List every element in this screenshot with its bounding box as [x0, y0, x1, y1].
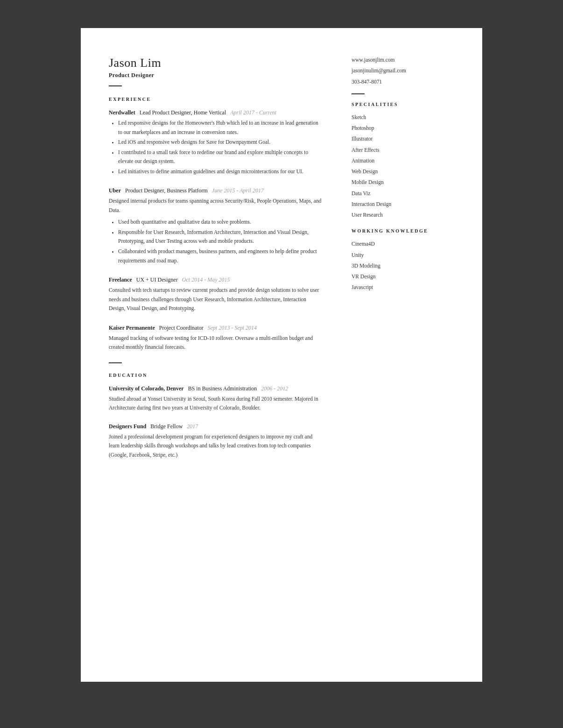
kaiser-dates: Sept 2013 - Sept 2014 [208, 325, 257, 331]
uber-role: Product Designer, Business Platform [122, 187, 211, 194]
cu-header: University of Colorado, Denver BS in Bus… [109, 384, 324, 393]
nerdwallet-role: Lead Product Designer, Home Vertical [137, 109, 229, 116]
freelance-company: Freelance [109, 276, 132, 283]
skill-cinema4d: Cinema4D [352, 240, 454, 248]
skill-mobile-design: Mobile Design [352, 178, 454, 186]
list-item: Collaborated with product managers, busi… [118, 247, 324, 265]
left-column: Jason Lim Product Designer EXPERIENCE Ne… [109, 56, 352, 654]
list-item: Led initiatives to define animation guid… [118, 167, 324, 177]
contact-phone: 303-847-8071 [352, 78, 454, 86]
skill-interaction-design: Interaction Design [352, 200, 454, 208]
section-divider [109, 362, 122, 363]
skill-animation: Animation [352, 157, 454, 165]
name-divider [109, 85, 122, 86]
cu-description: Studied abroad at Yonsei University in S… [109, 395, 324, 413]
uber-bullets: Used both quantitative and qualitative d… [109, 218, 324, 265]
working-knowledge-section: WORKING KNOWLEDGE Cinema4D Unity 3D Mode… [352, 228, 454, 291]
skill-after-effects: After Effects [352, 146, 454, 154]
education-cu: University of Colorado, Denver BS in Bus… [109, 384, 324, 413]
nerdwallet-bullets: Led responsive designs for the Homeowner… [109, 119, 324, 176]
uber-description: Designed internal products for teams spa… [109, 197, 324, 215]
skill-user-research: User Research [352, 211, 454, 219]
kaiser-description: Managed tracking of software testing for… [109, 334, 324, 352]
uber-header: Uber Product Designer, Business Platform… [109, 186, 324, 195]
kaiser-header: Kaiser Permanente Project Coordinator Se… [109, 324, 324, 332]
freelance-dates: Oct 2014 - May 2015 [182, 276, 230, 283]
experience-nerdwallet: Nerdwallet Lead Product Designer, Home V… [109, 108, 324, 176]
experience-section-label: EXPERIENCE [109, 97, 324, 102]
specialities-label: SPECIALITIES [352, 102, 454, 107]
skill-unity: Unity [352, 251, 454, 259]
list-item: Used both quantitative and qualitative d… [118, 218, 324, 227]
right-divider-1 [352, 93, 365, 94]
cu-years: 2006 - 2012 [261, 385, 288, 392]
nerdwallet-dates: April 2017 - Current [230, 109, 276, 116]
skill-web-design: Web Design [352, 168, 454, 176]
education-section-label: EDUCATION [109, 373, 324, 378]
experience-freelance: Freelance UX + UI Designer Oct 2014 - Ma… [109, 276, 324, 313]
df-header: Designers Fund Bridge Fellow 2017 [109, 422, 324, 431]
skill-photoshop: Photoshop [352, 124, 454, 132]
specialities-list: Sketch Photoshop Illustrator After Effec… [352, 113, 454, 219]
experience-kaiser: Kaiser Permanente Project Coordinator Se… [109, 324, 324, 352]
uber-dates: June 2015 - April 2017 [212, 187, 264, 194]
skill-vr-design: VR Design [352, 273, 454, 281]
df-school: Designers Fund [109, 423, 146, 430]
education-designers-fund: Designers Fund Bridge Fellow 2017 Joined… [109, 422, 324, 460]
skill-data-viz: Data Viz [352, 190, 454, 198]
working-knowledge-label: WORKING KNOWLEDGE [352, 228, 454, 233]
freelance-role: UX + UI Designer [134, 276, 181, 283]
skill-3d-modeling: 3D Modeling [352, 262, 454, 270]
list-item: Responsible for User Research, Informati… [118, 228, 324, 246]
contact-website: www.jasonjlim.com [352, 56, 454, 64]
list-item: Led responsive designs for the Homeowner… [118, 119, 324, 137]
list-item: Led iOS and responsive web designs for S… [118, 138, 324, 147]
nerdwallet-header: Nerdwallet Lead Product Designer, Home V… [109, 108, 324, 117]
skill-sketch: Sketch [352, 113, 454, 121]
candidate-title: Product Designer [109, 72, 324, 79]
candidate-name: Jason Lim [109, 56, 324, 70]
right-column: www.jasonjlim.com jasonjinulim@gmail.com… [352, 56, 454, 654]
nerdwallet-company: Nerdwallet [109, 109, 135, 116]
contact-email: jasonjinulim@gmail.com [352, 67, 454, 75]
experience-uber: Uber Product Designer, Business Platform… [109, 186, 324, 265]
resume-page: Jason Lim Product Designer EXPERIENCE Ne… [81, 28, 482, 682]
skill-illustrator: Illustrator [352, 135, 454, 143]
uber-company: Uber [109, 187, 121, 194]
kaiser-role: Project Coordinator [156, 325, 206, 331]
df-years: 2017 [187, 423, 198, 430]
freelance-description: Consulted with tech startups to review c… [109, 286, 324, 313]
df-degree: Bridge Fellow [148, 423, 185, 430]
cu-school: University of Colorado, Denver [109, 385, 184, 392]
df-description: Joined a professional development progra… [109, 432, 324, 460]
freelance-header: Freelance UX + UI Designer Oct 2014 - Ma… [109, 276, 324, 284]
list-item: I contributed to a small task force to r… [118, 148, 324, 166]
kaiser-company: Kaiser Permanente [109, 325, 155, 331]
cu-degree: BS in Business Administration [185, 385, 260, 392]
skill-javascript: Javascript [352, 283, 454, 291]
